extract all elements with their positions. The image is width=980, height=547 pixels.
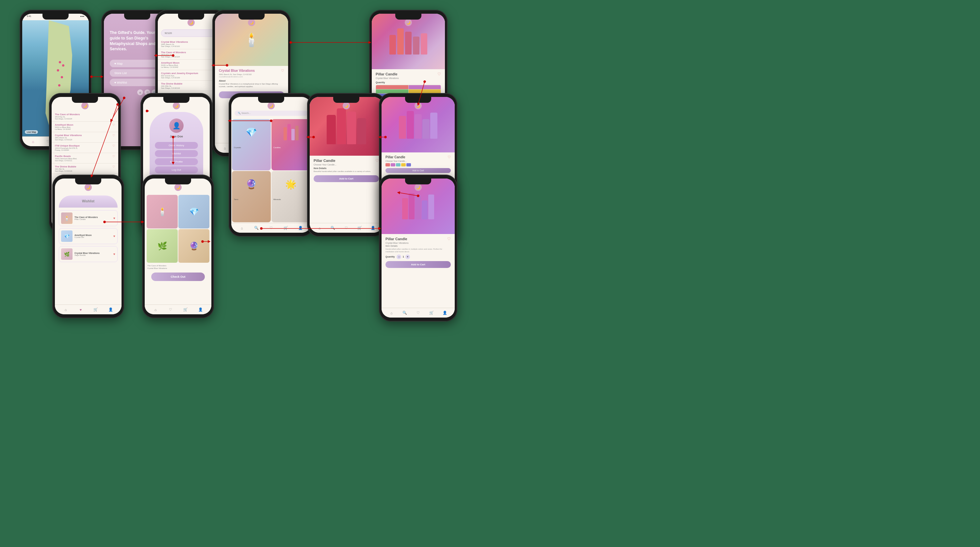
cl1-choose[interactable]: Choose Your Candle... — [385, 160, 451, 162]
nav-heart-13[interactable]: ♡ — [415, 311, 421, 316]
quick-nav-1[interactable]: ⌂ — [137, 89, 143, 95]
nav-user-9[interactable]: 👤 — [371, 225, 375, 231]
candle-heart-2[interactable]: ♡ — [375, 158, 379, 163]
grid-item-2[interactable]: Candles — [272, 119, 310, 170]
phone-nav-9: ⌂ 🔍 ♡ 🛒 👤 — [310, 223, 383, 233]
cs3[interactable] — [396, 163, 401, 166]
cs2[interactable] — [391, 163, 395, 166]
sl5-heart[interactable]: ♡ — [112, 155, 115, 158]
order-history-btn[interactable]: Order History — [155, 142, 198, 149]
sl2-heart[interactable]: ♡ — [112, 124, 115, 127]
logo-13: 🌙 — [415, 184, 422, 191]
qty-minus-4[interactable]: − — [396, 255, 401, 259]
nav-user-11[interactable]: 👤 — [108, 307, 113, 312]
nav-user-13[interactable]: 👤 — [442, 311, 447, 316]
nav-home-1[interactable]: ⌂ — [30, 139, 36, 144]
wi2-row: 💎 Amethyst Moon Crystal Set ♥ — [59, 228, 117, 244]
wishlist-item-3[interactable]: 🌿 Crystal Blue Vibrations Sage Bundle ♥ — [59, 246, 118, 262]
logout-btn[interactable]: Log Out — [155, 166, 198, 173]
nav-cart-9[interactable]: 🛒 — [357, 225, 362, 231]
about-label: About — [219, 79, 284, 82]
add-cart-btn-2[interactable]: Add to Cart — [313, 175, 379, 182]
grid-item-4[interactable]: 🌟 Minerals — [272, 171, 310, 222]
wi1-row: 🕯️ The Cave of Wonders Pillar Candle ♥ — [59, 211, 117, 226]
notch-8 — [258, 97, 284, 103]
sl3-heart[interactable]: ♡ — [112, 134, 115, 137]
cl1-heart[interactable]: ♡ — [447, 155, 451, 159]
wi1-img: 🕯️ — [61, 212, 73, 224]
cp2 — [407, 111, 414, 139]
candle-name-1: Pillar Candle — [375, 72, 398, 76]
cs1[interactable] — [385, 163, 390, 166]
wishlist-btn[interactable]: Wishlist — [155, 150, 198, 157]
cn4-heart[interactable]: ♡ — [447, 236, 451, 241]
qty-label-4: Quantity — [385, 255, 395, 258]
nav-cart-13[interactable]: 🛒 — [429, 311, 434, 316]
sl-5[interactable]: Pacific Beads 7528 Claremont Mesa Blvd,S… — [52, 153, 118, 163]
nav-home-4[interactable]: ⌂ — [222, 146, 228, 151]
swatch-purple[interactable] — [409, 85, 441, 89]
sl3-addr: 2961 Beech St,San Diego, CA 92120 — [55, 137, 82, 141]
cs4[interactable] — [401, 163, 406, 166]
nav-home-12[interactable]: ⌂ — [153, 307, 158, 312]
c4b — [409, 193, 415, 219]
cl1-cart-btn[interactable]: Add to Cart — [385, 168, 451, 173]
cart-img-1: 🕯️ — [147, 195, 178, 228]
wishlist-item-1[interactable]: 🕯️ The Cave of Wonders Pillar Candle ♥ — [59, 210, 118, 226]
nav-heart-12[interactable]: ♡ — [168, 307, 173, 312]
nav-home-13[interactable]: ⌂ — [389, 311, 394, 316]
cs5[interactable] — [406, 163, 411, 166]
sl5-addr: 7528 Claremont Mesa Blvd,San Diego, CA 9… — [55, 158, 77, 162]
nav-home-9[interactable]: ⌂ — [317, 225, 322, 231]
product-grid: 💎 Crystals Candles 🔮 Tarot — [231, 119, 311, 223]
sl-2[interactable]: Amethyst Moon 5329 La Mesa Blvd,La Mesa,… — [52, 122, 118, 132]
logo-8: 🌙 — [267, 102, 275, 109]
nav-heart-11[interactable]: ♥ — [78, 307, 83, 312]
sl6-heart[interactable]: ♡ — [112, 165, 115, 168]
wi1-heart[interactable]: ♥ — [113, 216, 115, 220]
logo-12: 🌙 — [175, 184, 181, 191]
nav-home-11[interactable]: ⌂ — [63, 307, 68, 312]
notch-7 — [163, 97, 189, 103]
notch-3 — [178, 14, 204, 20]
cb2 — [337, 108, 346, 144]
sl4-heart[interactable]: ♡ — [112, 144, 115, 147]
wishlist-item-2[interactable]: 💎 Amethyst Moon Crystal Set ♥ — [59, 228, 118, 244]
sl-1[interactable]: The Cave of Wonders 2819 Ray St,San Dieg… — [52, 111, 118, 122]
grid-item-3[interactable]: 🔮 Tarot — [232, 171, 271, 222]
cart-img-2: 💎 — [178, 195, 209, 228]
sl-4[interactable]: ITW Unique Boutique 13414 Pomerado Rd ST… — [52, 143, 118, 153]
nav-search-8[interactable]: 🔍 — [254, 225, 259, 231]
wi3-heart[interactable]: ♥ — [113, 252, 115, 256]
zip-value: 92120 — [165, 32, 172, 35]
nav-cart-8[interactable]: 🛒 — [283, 225, 288, 231]
checkout-btn[interactable]: Check Out — [151, 273, 205, 281]
nav-heart-9[interactable]: ♡ — [344, 225, 349, 231]
wi2-sub: Crystal Set — [75, 236, 111, 238]
store-heart[interactable]: ♡ — [281, 68, 284, 73]
nav-user-8[interactable]: 👤 — [298, 225, 303, 231]
sl-3[interactable]: Crystal Blue Vibrations 2961 Beech St,Sa… — [52, 132, 118, 143]
nav-search-9[interactable]: 🔍 — [330, 225, 336, 231]
cn4-row: Pillar Candle ♡ — [385, 236, 451, 241]
qty-stepper-4[interactable]: − 1 + — [396, 255, 410, 259]
notch-5 — [395, 14, 422, 20]
sl-6[interactable]: The Divine Bubble 449 25th St,San Diego,… — [52, 163, 118, 174]
sl1-heart[interactable]: ♡ — [112, 113, 115, 116]
edit-profile-btn[interactable]: Edit Profile — [155, 158, 198, 165]
nav-cart-12[interactable]: 🛒 — [183, 307, 188, 312]
nav-cart-11[interactable]: 🛒 — [93, 307, 98, 312]
grid-item-1[interactable]: 💎 Crystals — [232, 119, 271, 170]
nav-home-8[interactable]: ⌂ — [239, 225, 244, 231]
nav-heart-8[interactable]: ♡ — [269, 225, 274, 231]
candle-name-row-1: Pillar Candle ♡ — [375, 72, 441, 76]
candle-heart-1[interactable]: ♡ — [438, 72, 441, 76]
choose-color-2[interactable]: Choose Your Candle... — [313, 163, 379, 166]
add-cart-btn-4[interactable]: Add to Cart — [385, 261, 451, 268]
nav-search-13[interactable]: 🔍 — [402, 311, 407, 316]
nav-user-12[interactable]: 👤 — [198, 307, 203, 312]
qty-plus-4[interactable]: + — [406, 255, 410, 259]
swatch-red[interactable] — [376, 85, 408, 89]
product-search[interactable]: 🔍 Search... — [235, 111, 308, 116]
wi2-heart[interactable]: ♥ — [113, 234, 115, 238]
